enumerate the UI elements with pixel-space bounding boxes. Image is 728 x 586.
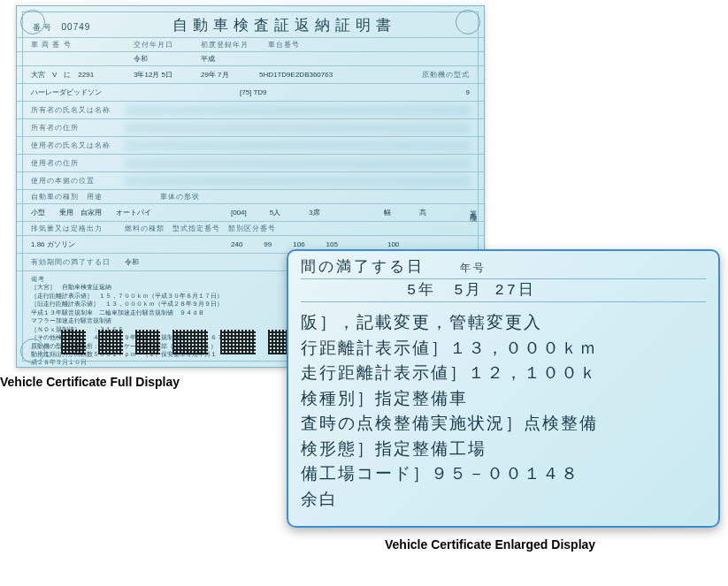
enlarged-line: 査時の点検整備実施状況］点検整備 — [301, 412, 706, 438]
engine-type-label: 原動機の型式 — [422, 70, 470, 80]
qr-code-icon — [98, 330, 123, 354]
enlarged-expiry-date: 5年 5月 27日 — [301, 279, 536, 300]
user-addr-row: 使用者の住所 — [17, 154, 484, 171]
enlarged-line: 阪］，記載変更，管轄変更入 — [301, 311, 706, 337]
engine-value: 9 — [466, 88, 470, 96]
corner-ornament — [20, 10, 45, 34]
type-value: [75] TD9 — [240, 88, 364, 96]
owner-name-redacted — [125, 106, 470, 115]
main-data-row: 大宮 V に 2291 3年12月 5日 29年 7月 5HD1TD9E2DB3… — [17, 65, 484, 83]
make-value: ハーレーダビッドソン — [31, 88, 234, 97]
plate-label: 車 両 番 号 — [31, 40, 128, 49]
enlarged-line: 検種別］指定整備車 — [301, 387, 706, 413]
owner-name-row: 所有者の氏名又は名称 — [17, 101, 484, 118]
expiry-label: 有効期間の満了する日 — [31, 257, 119, 267]
user-addr-label: 使用者の住所 — [31, 158, 119, 168]
expiry-era: 令和 — [125, 257, 139, 267]
category-value: 小型 乗用 自家用 オートバイ — [31, 208, 226, 217]
enlarged-line: 余白 — [301, 488, 706, 514]
qr-code-icon — [61, 330, 86, 354]
enlarged-line: 走行距離計表示値］１２，１００ｋ — [301, 361, 706, 387]
dimensions-value: 240 99 106 105 100 — [231, 240, 399, 249]
first-reg-date: 29年 7月 — [201, 70, 254, 80]
base-addr-row: 使用の本拠の位置 — [17, 171, 484, 189]
signature-tab: 署名欄 — [467, 205, 477, 210]
fuel-labels-row: 排気量又は定格出力 燃料の種類 型式指定番号 類別区分番号 — [17, 221, 484, 235]
fuel-value: 1.86 ガソリン — [31, 240, 172, 249]
base-addr-redacted — [125, 177, 470, 186]
qr-code-icon — [220, 330, 256, 354]
cert-number-value: 00749 — [62, 22, 91, 32]
enlarged-certificate-caption: Vehicle Certificate Enlarged Display — [385, 537, 595, 552]
certificate-title: 自動車検査証返納証明書 — [101, 15, 468, 35]
user-name-redacted — [125, 141, 470, 150]
era-row: 令和 平成 — [17, 51, 484, 65]
type-code: [004] — [231, 209, 247, 217]
make-row: ハーレーダビッドソン [75] TD9 9 — [17, 83, 484, 101]
fuel-label: 燃料の種類 型式指定番号 類別区分番号 — [125, 224, 276, 233]
enlarged-line: 行距離計表示値］１３，０００ｋｍ — [301, 337, 706, 362]
vin-label: 車台番号 — [268, 40, 300, 49]
enlarged-expiry-label: 間の満了する日 年号 — [301, 256, 706, 279]
base-addr-label: 使用の本拠の位置 — [31, 176, 119, 186]
corner-ornament — [456, 10, 480, 34]
user-addr-redacted — [125, 159, 470, 168]
category-label: 自動車の種別 用途 — [31, 192, 155, 202]
user-name-row: 使用者の氏名又は名称 — [17, 136, 484, 154]
qr-code-row — [61, 330, 303, 354]
user-name-label: 使用者の氏名又は名称 — [31, 141, 119, 150]
enlarged-line: 検形態］指定整備工場 — [301, 438, 706, 463]
issue-date: 3年12月 5日 — [134, 70, 195, 80]
header-labels-row: 車 両 番 号 交付年月日 初度登録年月 車台番号 — [17, 37, 484, 51]
qr-code-icon — [172, 330, 208, 354]
plate-value: 大宮 V に 2291 — [31, 70, 128, 80]
enlarged-certificate: 間の満了する日 年号 5年 5月 27日 阪］，記載変更，管轄変更入 行距離計表… — [287, 249, 720, 528]
category-values-row: 小型 乗用 自家用 オートバイ [004] 5人 3席 幅 高 — [17, 203, 484, 221]
owner-addr-row: 所有者の住所 — [17, 118, 484, 136]
category-labels-row: 自動車の種別 用途 車体の形状 — [17, 189, 484, 203]
regdate-label: 交付年月日 — [134, 40, 195, 49]
seating-values: 5人 3席 幅 高 — [270, 208, 426, 217]
vin-value: 5HD1TD9E2DB360763 — [259, 71, 333, 79]
owner-name-label: 所有者の氏名又は名称 — [31, 105, 119, 115]
era-reiwa: 令和 — [134, 54, 195, 64]
owner-addr-label: 所有者の住所 — [31, 123, 119, 133]
firstreg-label: 初度登録年月 — [201, 40, 263, 49]
shape-label: 車体の形状 — [160, 192, 200, 202]
enlarged-line: 備工場コード］９５－００１４８ — [301, 462, 706, 488]
enlarged-expiry-row: 間の満了する日 年号 5年 5月 27日 — [301, 260, 706, 302]
displacement-label: 排気量又は定格出力 — [31, 224, 119, 233]
corner-ornament — [20, 339, 45, 363]
era-heisei: 平成 — [201, 54, 215, 64]
qr-code-icon — [135, 330, 160, 354]
owner-addr-redacted — [125, 124, 470, 133]
certificate-header: 番 号 00749 自動車検査証返納証明書 — [17, 6, 484, 37]
full-certificate-caption: Vehicle Certificate Full Display — [0, 375, 180, 389]
